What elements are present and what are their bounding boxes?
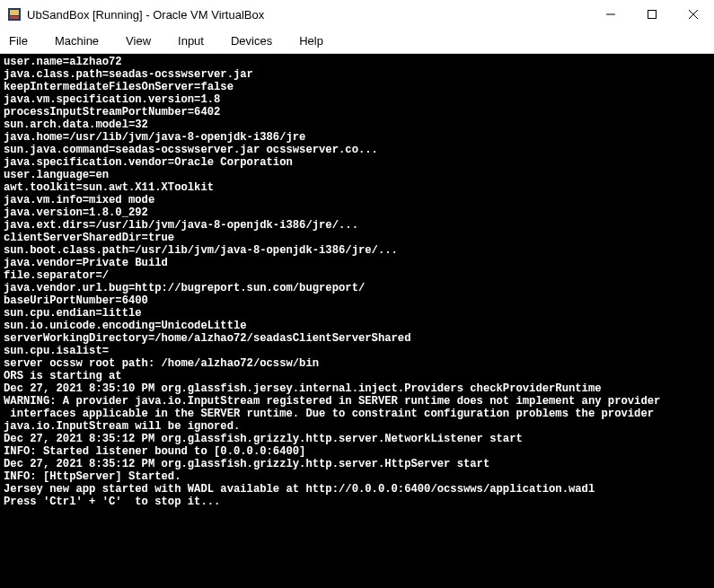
menu-help[interactable]: Help	[299, 34, 323, 48]
terminal-line: INFO: [HttpServer] Started.	[4, 470, 710, 483]
terminal-line: java.vendor.url.bug=http://bugreport.sun…	[4, 282, 710, 294]
menu-file[interactable]: File	[9, 34, 28, 48]
terminal-line: java.vm.specification.version=1.8	[4, 93, 710, 106]
app-icon	[7, 7, 22, 22]
terminal-line: java.vm.info=mixed mode	[4, 194, 710, 206]
terminal-line: java.class.path=seadas-ocsswserver.jar	[4, 68, 710, 81]
terminal-line: processInputStreamPortNumber=6402	[4, 106, 710, 118]
terminal-line: sun.arch.data.model=32	[4, 118, 710, 131]
close-button[interactable]	[673, 0, 714, 29]
terminal-output[interactable]: user.name=alzhao72java.class.path=seadas…	[0, 54, 714, 588]
terminal-line: clientServerSharedDir=true	[4, 232, 710, 244]
window-controls	[590, 0, 714, 29]
terminal-line: sun.cpu.isalist=	[4, 345, 710, 357]
terminal-line: java.ext.dirs=/usr/lib/jvm/java-8-openjd…	[4, 219, 710, 232]
maximize-button[interactable]	[631, 0, 673, 29]
terminal-line: Dec 27, 2021 8:35:12 PM org.glassfish.gr…	[4, 458, 710, 470]
menu-machine[interactable]: Machine	[55, 34, 99, 48]
svg-rect-4	[648, 11, 657, 19]
terminal-line: baseUriPortNumber=6400	[4, 294, 710, 307]
svg-rect-2	[10, 16, 19, 19]
terminal-line: ORS is starting at	[4, 370, 710, 382]
terminal-line: WARNING: A provider java.io.InputStream …	[4, 395, 710, 408]
terminal-line: INFO: Started listener bound to [0.0.0.0…	[4, 445, 710, 458]
terminal-line: file.separator=/	[4, 269, 710, 282]
terminal-line: sun.boot.class.path=/usr/lib/jvm/java-8-…	[4, 244, 710, 257]
terminal-line: Press 'Ctrl' + 'C' to stop it...	[4, 496, 710, 508]
menu-view[interactable]: View	[126, 34, 151, 48]
window-title: UbSandBox [Running] - Oracle VM VirtualB…	[27, 8, 590, 22]
terminal-line: java.home=/usr/lib/jvm/java-8-openjdk-i3…	[4, 131, 710, 144]
svg-rect-1	[10, 10, 19, 15]
menu-devices[interactable]: Devices	[231, 34, 272, 48]
minimize-button[interactable]	[590, 0, 631, 29]
terminal-line: sun.cpu.endian=little	[4, 307, 710, 320]
menu-input[interactable]: Input	[178, 34, 204, 48]
menubar: File Machine View Input Devices Help	[0, 29, 714, 54]
terminal-line: user.language=en	[4, 169, 710, 181]
terminal-line: java.version=1.8.0_292	[4, 206, 710, 219]
terminal-line: Jersey new app started with WADL availab…	[4, 483, 710, 496]
terminal-line: Dec 27, 2021 8:35:12 PM org.glassfish.gr…	[4, 433, 710, 445]
terminal-line: java.specification.vendor=Oracle Corpora…	[4, 156, 710, 169]
terminal-line: interfaces applicable in the SERVER runt…	[4, 408, 710, 420]
terminal-line: keepIntermediateFilesOnServer=false	[4, 81, 710, 93]
terminal-line: sun.java.command=seadas-ocsswserver.jar …	[4, 144, 710, 156]
terminal-line: awt.toolkit=sun.awt.X11.XToolkit	[4, 181, 710, 194]
terminal-line: server ocssw root path: /home/alzhao72/o…	[4, 357, 710, 370]
terminal-line: java.vendor=Private Build	[4, 257, 710, 269]
terminal-line: user.name=alzhao72	[4, 56, 710, 68]
terminal-line: serverWorkingDirectory=/home/alzhao72/se…	[4, 332, 710, 345]
titlebar: UbSandBox [Running] - Oracle VM VirtualB…	[0, 0, 714, 29]
terminal-line: sun.io.unicode.encoding=UnicodeLittle	[4, 320, 710, 332]
terminal-line: Dec 27, 2021 8:35:10 PM org.glassfish.je…	[4, 382, 710, 395]
terminal-line: java.io.InputStream will be ignored.	[4, 420, 710, 433]
